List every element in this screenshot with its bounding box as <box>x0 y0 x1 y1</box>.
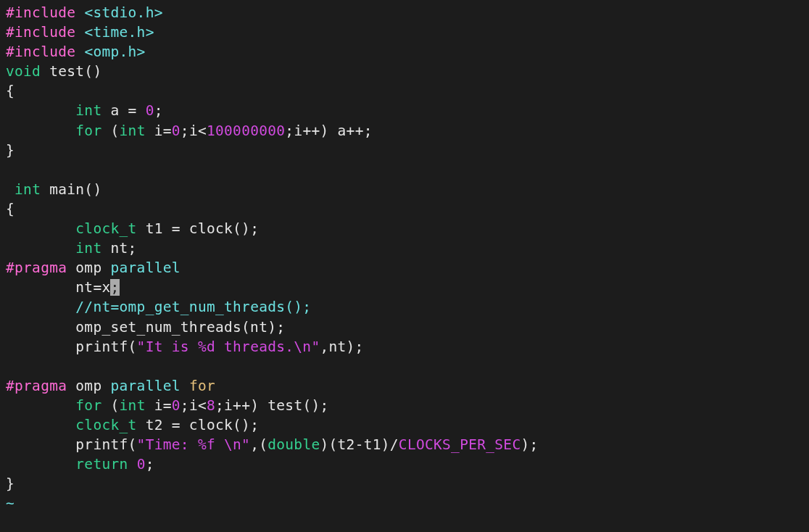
code-token: int <box>120 122 146 139</box>
code-line: clock_t t1 = clock(); <box>6 220 259 237</box>
code-token: i= <box>146 397 172 414</box>
code-token: 0 <box>172 122 181 139</box>
code-token: #pragma <box>6 378 75 394</box>
code-token: t2 = clock(); <box>137 417 260 433</box>
code-token: printf( <box>6 436 137 453</box>
code-token: return <box>75 456 128 473</box>
code-token: #include <box>6 43 84 60</box>
code-token: <time.h> <box>84 24 154 41</box>
code-token: ;i< <box>181 122 207 139</box>
code-line: printf("It is %d threads.\n",nt); <box>6 338 364 355</box>
code-token: omp <box>75 259 110 276</box>
code-token: for <box>189 378 215 394</box>
code-token: #pragma <box>6 259 75 276</box>
code-token: int <box>120 397 146 414</box>
code-line: omp_set_num_threads(nt); <box>6 319 285 336</box>
code-token: 8 <box>207 397 215 414</box>
code-line: } <box>6 142 14 159</box>
code-line: for (int i=0;i<100000000;i++) a++; <box>6 122 373 139</box>
code-token: parallel <box>111 378 189 394</box>
code-token: #include <box>6 4 84 21</box>
code-token: parallel <box>111 259 181 276</box>
code-line: void test() <box>6 63 101 80</box>
code-token: //nt=omp_get_num_threads(); <box>75 299 311 315</box>
code-token: ; <box>110 279 119 296</box>
code-token: 100000000 <box>207 122 285 139</box>
code-token: nt; <box>101 240 136 257</box>
code-token: ); <box>520 436 538 453</box>
code-token <box>6 102 75 119</box>
code-editor[interactable]: #include <stdio.h> #include <time.h> #in… <box>0 0 809 516</box>
code-token: ( <box>101 122 119 139</box>
code-line: //nt=omp_get_num_threads(); <box>6 299 311 315</box>
code-token: printf( <box>6 338 137 355</box>
code-token: omp_set_num_threads(nt); <box>6 319 285 336</box>
code-line: nt=x; <box>6 279 120 296</box>
code-line: } <box>6 475 14 492</box>
code-token: ;i< <box>181 397 207 414</box>
code-token: } <box>6 142 14 159</box>
code-token: ;i++) a++; <box>285 122 372 139</box>
code-token: t1 = clock(); <box>137 220 260 237</box>
code-token: nt=x <box>6 279 110 296</box>
code-token: int <box>14 181 41 198</box>
code-token: } <box>6 475 14 492</box>
code-line: #include <omp.h> <box>6 43 146 60</box>
code-line: #pragma omp parallel for <box>6 378 215 394</box>
code-token: for <box>75 397 101 414</box>
code-token: { <box>6 83 14 99</box>
code-token: clock_t <box>75 220 136 237</box>
code-line: #include <time.h> <box>6 24 154 41</box>
code-line: int nt; <box>6 240 137 257</box>
code-token <box>6 220 75 237</box>
code-token: void <box>6 63 41 80</box>
code-token: ; <box>146 456 154 473</box>
code-token: 0 <box>172 397 181 414</box>
code-token: ; <box>154 102 163 119</box>
code-line: #pragma omp parallel <box>6 259 181 276</box>
code-line: printf("Time: %f \n",(double)(t2-t1)/CLO… <box>6 436 539 453</box>
code-token: <omp.h> <box>84 43 145 60</box>
code-line: int a = 0; <box>6 102 163 119</box>
code-token: clock_t <box>75 417 136 433</box>
code-token: "It is %d threads.\n" <box>137 338 320 355</box>
code-token: 0 <box>137 456 146 473</box>
code-token <box>6 122 75 139</box>
code-token: ,( <box>250 436 267 453</box>
code-line: ~ <box>6 495 14 512</box>
code-token: i= <box>146 122 172 139</box>
code-token: int <box>75 240 101 257</box>
code-token: ( <box>101 397 119 414</box>
code-line: for (int i=0;i<8;i++) test(); <box>6 397 329 414</box>
code-token <box>6 299 75 315</box>
code-token <box>128 456 137 473</box>
code-token: CLOCKS_PER_SEC <box>399 436 521 453</box>
code-token: <stdio.h> <box>84 4 162 21</box>
code-token: { <box>6 201 14 217</box>
code-token <box>6 240 75 257</box>
code-token: "Time: %f \n" <box>137 436 251 453</box>
code-line: int main() <box>6 181 101 198</box>
code-token: omp <box>75 378 110 394</box>
code-line: { <box>6 201 14 217</box>
code-line: { <box>6 83 14 99</box>
code-line: #include <stdio.h> <box>6 4 163 21</box>
code-token <box>6 417 75 433</box>
code-token: 0 <box>146 102 154 119</box>
code-token <box>6 456 75 473</box>
code-token <box>6 397 75 414</box>
code-token <box>6 181 14 198</box>
code-token: ~ <box>6 495 14 512</box>
code-token: main() <box>41 181 101 198</box>
code-token: for <box>75 122 101 139</box>
code-token: ,nt); <box>320 338 363 355</box>
code-token: ;i++) test(); <box>215 397 329 414</box>
code-token: double <box>267 436 320 453</box>
code-token: )(t2-t1)/ <box>320 436 398 453</box>
code-token: test() <box>41 63 101 80</box>
code-token: int <box>75 102 101 119</box>
code-line: clock_t t2 = clock(); <box>6 417 259 433</box>
code-token: #include <box>6 24 84 41</box>
code-line: return 0; <box>6 456 154 473</box>
code-token: a = <box>101 102 145 119</box>
